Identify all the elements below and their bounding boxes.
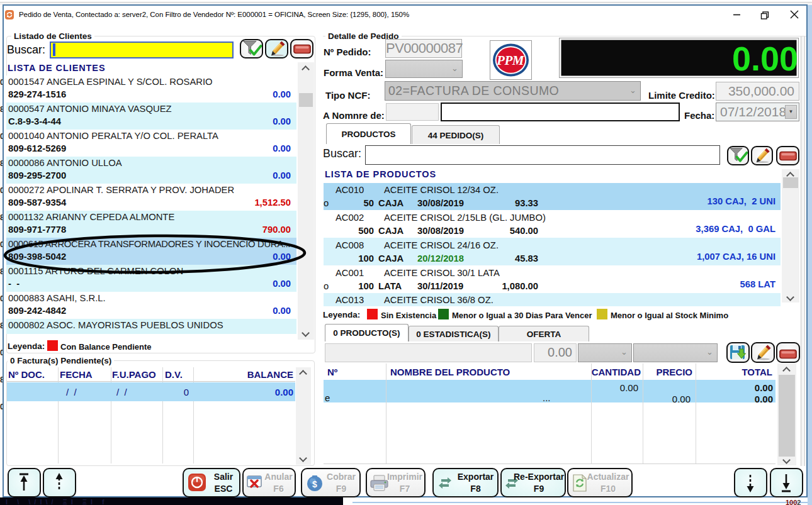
svg-text:$: $ — [312, 479, 317, 489]
svg-text:PPM: PPM — [496, 53, 525, 68]
